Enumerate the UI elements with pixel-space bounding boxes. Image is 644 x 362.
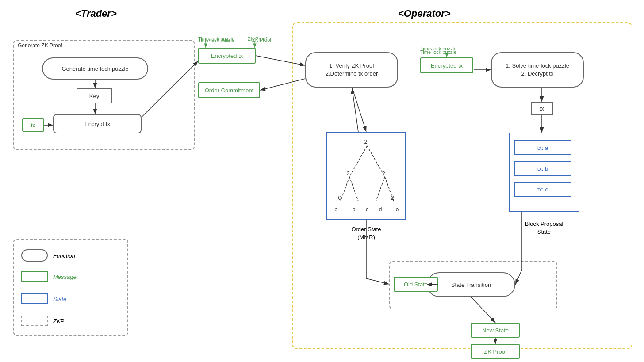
legend-zkp-label: ZKP bbox=[53, 318, 64, 324]
svg-text:0: 0 bbox=[338, 194, 341, 201]
order-commitment-msg: Order Commitment bbox=[198, 82, 260, 98]
tx-a-box: tx: a bbox=[514, 140, 571, 155]
block-proposal-state-box: tx: a tx: b tx: c bbox=[509, 133, 579, 212]
encrypted-tx-msg-2: Encrypted tx bbox=[420, 57, 473, 73]
new-state-box: New State bbox=[471, 323, 520, 338]
svg-text:2: 2 bbox=[346, 170, 349, 177]
mmr-box: 2 2 2 0 2 a b c d e bbox=[326, 132, 406, 220]
svg-line-3 bbox=[349, 177, 358, 201]
svg-text:2: 2 bbox=[391, 194, 394, 201]
legend-state: State bbox=[21, 293, 66, 304]
time-lock-puzzle-label-2: Time-lock puzzle bbox=[420, 46, 456, 51]
svg-text:2: 2 bbox=[382, 170, 385, 177]
svg-line-0 bbox=[349, 146, 367, 177]
legend-state-shape bbox=[21, 293, 48, 304]
order-state-label: Order State (MMR) bbox=[326, 225, 406, 241]
svg-text:e: e bbox=[396, 206, 399, 213]
operator-title: <Operator> bbox=[398, 8, 451, 19]
legend-function: Function bbox=[21, 249, 75, 262]
tx-output-box: tx bbox=[531, 102, 553, 115]
svg-text:a: a bbox=[335, 206, 338, 213]
legend-func-shape bbox=[21, 249, 48, 262]
svg-line-2 bbox=[341, 177, 349, 201]
svg-text:b: b bbox=[353, 206, 356, 213]
verify-zk-box: 1. Verify ZK Proof 2.Determine tx order bbox=[305, 52, 398, 88]
block-proposal-label: Block Proposal State bbox=[509, 220, 579, 236]
tx-input-box: tx bbox=[22, 118, 44, 132]
zk-proof-out-box: ZK Proof bbox=[471, 344, 520, 359]
legend-message: Message bbox=[21, 271, 77, 282]
tx-c-box: tx: c bbox=[514, 182, 571, 197]
diagram-container: { "trader_title": "<Trader>", "operator_… bbox=[0, 0, 644, 362]
svg-text:2: 2 bbox=[364, 138, 367, 145]
trader-title: <Trader> bbox=[75, 8, 117, 19]
legend-zkp: ZKP bbox=[21, 316, 64, 326]
svg-text:d: d bbox=[379, 206, 382, 213]
generate-time-lock-box: Generate time-lock puzzle bbox=[42, 57, 148, 80]
old-state-box: Old State bbox=[394, 277, 438, 292]
legend-box: Function Message State ZKP bbox=[13, 239, 128, 336]
mmr-svg: 2 2 2 0 2 a b c d e bbox=[327, 133, 407, 221]
legend-function-label: Function bbox=[53, 252, 75, 259]
encrypted-tx-msg-1: Encrypted tx bbox=[198, 48, 256, 64]
legend-state-label: State bbox=[53, 296, 66, 302]
legend-zkp-shape bbox=[21, 316, 48, 326]
tx-b-box: tx: b bbox=[514, 161, 571, 176]
trader-box-label: Generate ZK Proof bbox=[18, 42, 62, 49]
time-lock-puzzle-label: Time-lock puzzle bbox=[198, 37, 234, 42]
svg-text:c: c bbox=[366, 206, 368, 213]
svg-line-4 bbox=[376, 177, 385, 201]
legend-msg-shape bbox=[21, 271, 48, 282]
key-box: Key bbox=[77, 88, 112, 103]
encrypt-tx-box: Encrypt tx bbox=[53, 114, 142, 133]
state-transition-box: State Transition bbox=[427, 272, 515, 297]
zk-proof-label: ZK Proof bbox=[252, 37, 271, 42]
solve-time-lock-box: 1. Solve time-lock puzzle 2. Decrypt tx bbox=[491, 52, 584, 88]
legend-message-label: Message bbox=[53, 274, 77, 280]
